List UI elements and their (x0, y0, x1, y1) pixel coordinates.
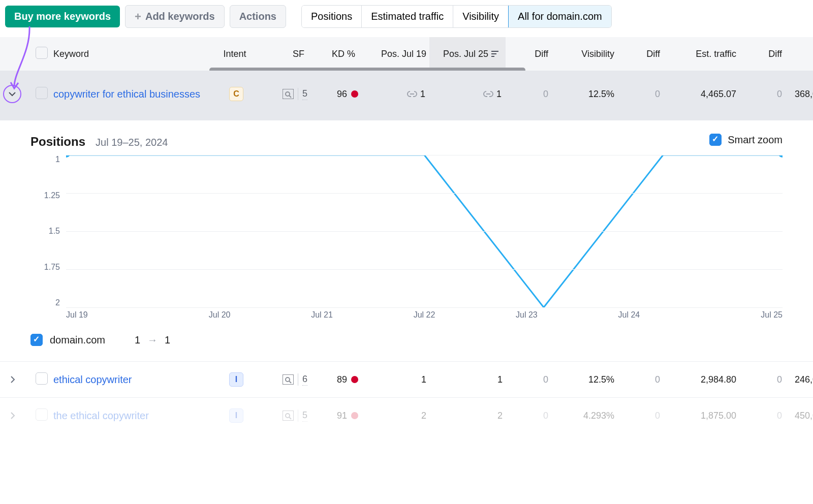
expand-toggle[interactable] (5, 372, 20, 387)
position-value: 2 (429, 411, 506, 421)
volume-value: 246,000 (785, 374, 813, 385)
expand-toggle[interactable] (5, 408, 20, 423)
smart-zoom-toggle[interactable]: Smart zoom (709, 134, 783, 146)
legend-series-checkbox[interactable] (30, 334, 43, 346)
view-tabs: Positions Estimated traffic Visibility A… (301, 5, 612, 28)
tab-visibility[interactable]: Visibility (453, 6, 509, 27)
buy-more-keywords-button[interactable]: Buy more keywords (5, 6, 120, 27)
col-pos1[interactable]: Pos. Jul 19 (358, 49, 429, 59)
position-value: 1 (496, 89, 502, 100)
add-keywords-button[interactable]: + Add keywords (125, 5, 225, 28)
tab-positions[interactable]: Positions (302, 6, 362, 27)
serp-features-icon[interactable] (283, 89, 294, 99)
sf-count[interactable]: 6 (302, 374, 307, 386)
row-checkbox[interactable] (36, 408, 48, 421)
traffic-value: 4,465.07 (663, 89, 739, 100)
actions-button[interactable]: Actions (230, 5, 286, 28)
col-visibility[interactable]: Visibility (551, 49, 617, 59)
col-diff3[interactable]: Diff (739, 49, 785, 59)
kd-value: 96 (337, 89, 347, 100)
add-keywords-label: Add keywords (145, 11, 215, 22)
visibility-value: 4.293% (551, 411, 617, 421)
select-all-checkbox[interactable] (36, 47, 48, 59)
table-row: ethical copywriter I 6 89 1 1 0 12.5% 0 … (0, 361, 813, 398)
svg-point-12 (286, 414, 290, 418)
serp-features-icon[interactable] (283, 374, 294, 385)
keyword-link[interactable]: the ethical copywriter (53, 410, 149, 421)
diff-value: 0 (739, 89, 785, 100)
col-sf[interactable]: SF (262, 49, 307, 59)
chart-date-range: Jul 19–25, 2024 (96, 137, 168, 148)
col-kd[interactable]: KD % (307, 49, 358, 59)
position-value: 2 (358, 411, 429, 421)
serp-features-icon[interactable] (283, 411, 294, 421)
col-diff1[interactable]: Diff (506, 49, 551, 59)
link-icon[interactable] (407, 90, 417, 98)
svg-point-9 (286, 377, 290, 382)
tab-all-for-domain[interactable]: All for domain.com (508, 5, 612, 28)
positions-chart-panel: Positions Jul 19–25, 2024 Smart zoom 1 1… (0, 120, 813, 351)
collapse-toggle[interactable] (3, 85, 21, 103)
col-keyword[interactable]: Keyword (53, 49, 211, 59)
diff-value: 0 (617, 374, 663, 385)
smart-zoom-checkbox[interactable] (709, 134, 722, 146)
volume-value: 368,000 (785, 89, 813, 100)
svg-line-10 (289, 381, 291, 383)
divider (298, 88, 298, 100)
position-value: 1 (429, 374, 506, 385)
svg-line-5 (289, 96, 291, 98)
diff-value: 0 (506, 374, 551, 385)
chevron-down-icon (8, 90, 16, 98)
svg-rect-1 (491, 53, 496, 54)
intent-badge-commercial: C (229, 87, 243, 101)
divider (298, 410, 298, 422)
chart-y-axis: 1 1.25 1.5 1.75 2 (30, 155, 66, 307)
chart-title: Positions (30, 135, 85, 148)
legend-to-value: 1 (165, 334, 170, 346)
col-pos2-sorted[interactable]: Pos. Jul 25 (429, 37, 506, 71)
legend-domain: domain.com (50, 334, 105, 346)
smart-zoom-label: Smart zoom (728, 134, 783, 146)
traffic-value: 1,875.00 (663, 411, 739, 421)
arrow-right-icon: → (147, 334, 158, 346)
volume-value: 450,000 (785, 411, 813, 421)
sort-descending-icon (491, 51, 498, 57)
keyword-link[interactable]: ethical copywriter (53, 374, 132, 385)
diff-value: 0 (739, 374, 785, 385)
link-icon[interactable] (483, 90, 493, 98)
traffic-value: 2,984.80 (663, 374, 739, 385)
svg-rect-2 (491, 56, 494, 57)
chevron-right-icon (9, 376, 16, 383)
sf-count[interactable]: 5 (302, 410, 307, 422)
col-diff2[interactable]: Diff (617, 49, 663, 59)
col-traffic[interactable]: Est. traffic (663, 49, 739, 59)
table-row: the ethical copywriter I 5 91 2 2 0 4.29… (0, 398, 813, 423)
row-checkbox[interactable] (36, 87, 48, 99)
kd-difficulty-dot (351, 90, 358, 98)
row-checkbox[interactable] (36, 372, 48, 385)
svg-point-4 (286, 92, 290, 96)
chevron-right-icon (9, 412, 16, 419)
tab-estimated-traffic[interactable]: Estimated traffic (362, 6, 453, 27)
plus-icon: + (135, 11, 141, 22)
sf-count[interactable]: 5 (302, 88, 307, 100)
svg-rect-3 (283, 89, 294, 99)
visibility-value: 12.5% (551, 374, 617, 385)
svg-rect-8 (283, 374, 294, 385)
svg-rect-0 (491, 51, 498, 52)
table-row: copywriter for ethical businesses C 5 96… (0, 71, 813, 120)
svg-rect-11 (283, 411, 294, 421)
toolbar: Buy more keywords + Add keywords Actions… (0, 0, 813, 37)
kd-difficulty-dot (351, 412, 358, 419)
intent-badge-informational: I (229, 408, 243, 423)
chart-plot-area[interactable] (66, 155, 783, 307)
kd-value: 91 (337, 411, 347, 421)
position-value: 1 (420, 89, 425, 100)
keyword-link[interactable]: copywriter for ethical businesses (53, 88, 200, 100)
legend-from-value: 1 (135, 334, 140, 346)
chart-x-axis: Jul 19 Jul 20 Jul 21 Jul 22 Jul 23 Jul 2… (66, 310, 783, 320)
col-intent[interactable]: Intent (211, 49, 262, 59)
diff-value: 0 (739, 411, 785, 421)
col-volume[interactable]: Vo (785, 49, 813, 59)
kd-value: 89 (337, 374, 347, 385)
